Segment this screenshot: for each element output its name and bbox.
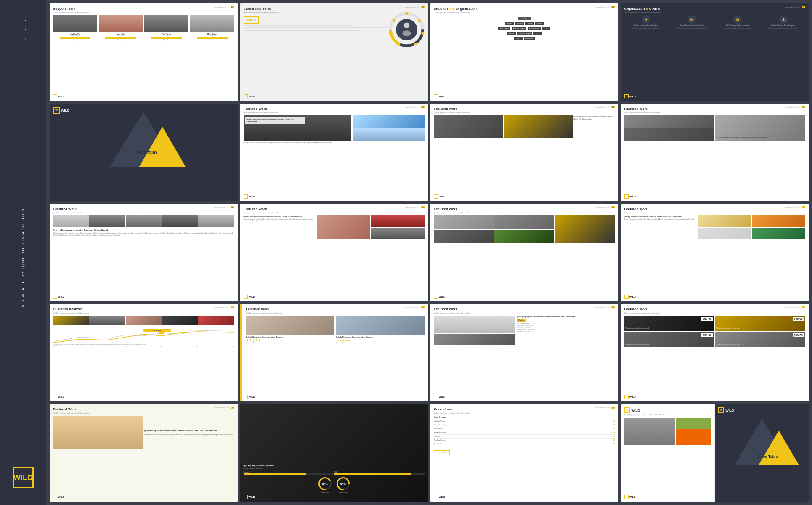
read-more-area[interactable]: Read More: [434, 447, 615, 455]
fw6-img1: [434, 115, 503, 138]
price-table-logo: W WILD: [718, 407, 805, 413]
org-research: Research: [535, 22, 544, 25]
slide-5-subtitle: Quickly repurpose innovative timely deli…: [244, 112, 425, 114]
slide-13-title: Featured Work: [246, 307, 425, 311]
cd-row-6: Web Development 48: [434, 439, 615, 442]
read-more-btn[interactable]: Read More: [434, 450, 450, 455]
ba-photo1: [53, 316, 89, 325]
person-jackson-bar: [60, 37, 90, 39]
slide-fw-7-inner: www.website-url.net 07 Featured Work Qui…: [621, 104, 809, 201]
slide-fw-9-inner: www.website-url.net 09 Featured Work Qui…: [240, 204, 428, 301]
fw9-img3: [371, 228, 425, 239]
slide-fw-5: www.website-url.net 05 Featured Work Qui…: [240, 104, 428, 201]
person-mira: Sweet Mira Art Director Talking Time: [99, 15, 143, 41]
slide-fw-14-inner: www.website-url.net 14 Featured Work Qui…: [430, 304, 618, 401]
fw14-content: Quickly Repurpose Innovation Business Be…: [434, 316, 615, 345]
triangle-yellow: [139, 127, 186, 167]
slide-6-subtitle: Quickly repurpose innovative timely deli…: [434, 112, 615, 114]
cd-val-3: 31: [613, 428, 615, 430]
slide-14-url: www.website-url.net 14: [595, 306, 615, 308]
fw13-p1-img: [246, 316, 335, 335]
slide-last-row: W WILD Quickly Repurpose Innovation Busi…: [621, 404, 809, 502]
client-2-icon: ❋: [687, 15, 696, 24]
fw13-content: www.website-url.net 13 Featured Work Qui…: [244, 307, 425, 344]
org-admin: Administrator: [524, 37, 535, 40]
cd-label-3: Business Plan: [434, 428, 443, 430]
fw5-img-right: [353, 115, 425, 141]
fw17-inner-title: Quickly Repurpose Innovation: [244, 464, 425, 467]
fw5-img-left: Quickly Repurpose Innovation Business Be…: [244, 115, 352, 141]
slide-7-subtitle: Quickly repurpose innovative timely deli…: [624, 112, 806, 114]
fw17-inner-desc: Quickly repurpose innovation: [244, 468, 425, 470]
slide-structure-inner: www.website-url.net 03 Structure For Org…: [430, 3, 618, 101]
person-parker-bar: [151, 37, 182, 39]
svg-point-9: [414, 43, 417, 45]
fw13-p1-reviews: Reviews: 20,592: [246, 342, 335, 344]
svg-point-7: [418, 19, 421, 22]
fw14-images: [434, 316, 515, 345]
slide-countdown-inner: www.website-url.net 18 Countdown Quickly…: [430, 404, 618, 502]
slide-7-url: www.website-url.net 07: [785, 106, 805, 108]
slide-row-3: www.website-url.net 08 Featured Work Qui…: [50, 204, 809, 301]
org-marketing: Marketing: [505, 22, 514, 25]
slide-15-subtitle: Quickly repurpose innovative timely deli…: [624, 312, 806, 314]
svg-point-12: [393, 19, 395, 22]
fw14-img1: [434, 316, 515, 333]
person-jackson: Jackson Po Graphic Designer Talking Time: [53, 15, 97, 41]
svg-text:DATA: DATA: [153, 330, 162, 331]
slide-14-wild-logo: WILD: [434, 395, 445, 399]
pt-triangle-yellow: [759, 431, 799, 465]
portfolio-wild-text: WILD: [61, 109, 69, 112]
sidebar-logo-area: WILD: [13, 467, 34, 488]
slide-1-title: Support Team: [53, 7, 234, 11]
slide-fw-17-inner: www.website-url.net 17 Featured Work Qui…: [240, 404, 428, 502]
slide-row-2: W WILD Portfolio www.website-url.net 0: [50, 104, 809, 201]
price-table-triangles: Price Table: [718, 415, 805, 495]
support-team-grid: Jackson Po Graphic Designer Talking Time…: [53, 15, 234, 41]
org-ceo: CEO: [518, 17, 531, 20]
fw8-text-block: Quickly Repurpose Innovation Business Be…: [53, 229, 234, 237]
slide-fw-7: www.website-url.net 07 Featured Work Qui…: [621, 104, 809, 201]
fw13-p1-stars: ★★★★★: [246, 339, 335, 342]
fw14-main-desc: Quickly Repurpose Innovation Business Be…: [517, 316, 615, 318]
wild-person-logo: WILD: [624, 495, 636, 499]
cd-row-4: Marketing Analysis $70,998: [434, 431, 615, 435]
slide-org-clients: www.website-url.net 04 Organization & Cl…: [621, 3, 809, 101]
slide-support-team: www.website-url.net 01 Support Team Quic…: [50, 3, 238, 101]
fw7-g2-text: Quickly Repurpose Top Innovation Busines…: [717, 137, 804, 139]
slide-2-wild-logo: WILD: [244, 94, 255, 98]
for-highlight: For: [450, 7, 455, 11]
fw7-grid: Quickly Repurpose Top Innovation Busines…: [624, 115, 806, 141]
cd-label-6: Web Development: [434, 439, 446, 441]
fw11-img3: [698, 228, 751, 239]
slide-leadership-inner: www.website-url.net 02 Leadership Skills…: [240, 3, 428, 101]
fw7-g3: [624, 128, 714, 141]
person-jackson-photo: [53, 15, 97, 32]
slide-8-url: www.website-url.net 08: [214, 206, 234, 208]
slide-3-wild-logo: WILD: [434, 94, 445, 98]
client-3: ✿ Quickly Repurpose Some Innovation Effi…: [716, 15, 760, 29]
fw8-img4: [162, 215, 198, 227]
slide-18-url: www.website-url.net 18: [595, 407, 615, 409]
client-4-text: Quickly Repurpose Some Innovation: [771, 24, 795, 27]
org-row-1: Marketing Production Finance Research: [505, 22, 544, 25]
slide-wild-person: W WILD Quickly Repurpose Innovation Busi…: [621, 404, 715, 502]
person-jackson-role: Graphic Designer: [70, 35, 80, 37]
cd-label-7: Team Works: [434, 443, 442, 445]
slide-2-title: Leadership Skills: [244, 7, 425, 11]
fw9-content: Quickly Repurpose Innovation Business Be…: [244, 215, 425, 239]
org-lab: Lab: [542, 27, 550, 30]
person-parker-photo: [144, 15, 188, 32]
slide-18-wild-logo: WILD: [434, 495, 445, 499]
cd-row-3: Business Plan 31: [434, 427, 615, 431]
slide-countdown: www.website-url.net 18 Countdown Quickly…: [430, 404, 618, 502]
circle-diagram: [389, 12, 425, 48]
svg-point-11: [389, 32, 392, 35]
slide-fw-11-inner: www.website-url.net 11 Featured Work Qui…: [621, 204, 809, 301]
fw10-g4: [434, 230, 494, 243]
fw8-img5: [198, 215, 234, 227]
slide-10-title: Featured Work: [434, 207, 615, 211]
client-4: ✻ Quickly Repurpose Some Innovation Effi…: [761, 15, 805, 29]
ba-photo5: [198, 316, 234, 325]
amp-highlight: &: [646, 7, 648, 11]
